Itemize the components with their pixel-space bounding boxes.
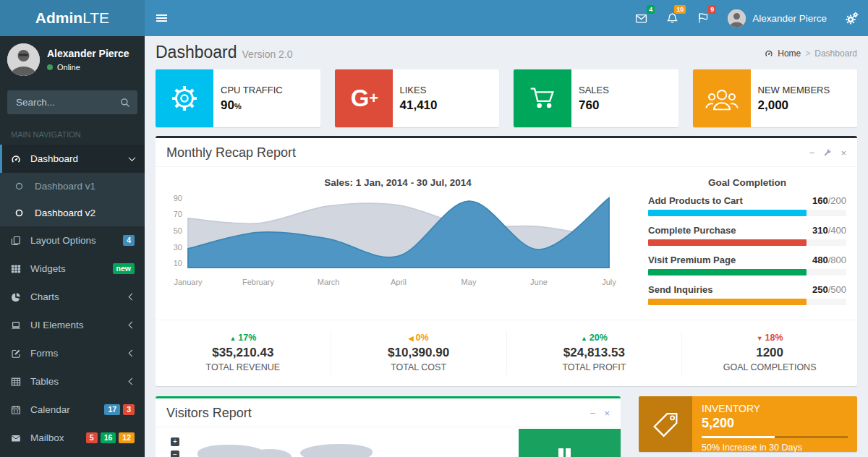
sidebar-item-layout-options[interactable]: Layout Options 4 bbox=[0, 226, 145, 255]
sidebar-item-calendar[interactable]: Calendar 17 3 bbox=[0, 396, 145, 424]
wrench-icon bbox=[823, 148, 832, 157]
sidebar-item-ui-elements[interactable]: UI Elements bbox=[0, 311, 145, 339]
visitors-report-box: Visitors Report − × + − bbox=[156, 396, 621, 457]
chevron-left-icon bbox=[129, 350, 136, 357]
messages-menu[interactable]: 4 bbox=[626, 0, 657, 36]
svg-text:May: May bbox=[461, 278, 477, 286]
breadcrumb: Home > Dashboard bbox=[765, 48, 857, 62]
user-status[interactable]: Online bbox=[47, 63, 129, 72]
info-box-likes: G+ LIKES 41,410 bbox=[335, 69, 500, 127]
chevron-left-icon bbox=[129, 322, 136, 329]
sidebar-item-forms[interactable]: Forms bbox=[0, 339, 145, 367]
tasks-menu[interactable]: 9 bbox=[688, 0, 718, 36]
badge: 16 bbox=[101, 432, 116, 444]
settings-button[interactable] bbox=[823, 148, 832, 158]
goal-completion-panel: Goal Completion Add Products to Cart 160… bbox=[629, 173, 846, 314]
stat-label: TOTAL COST bbox=[331, 362, 506, 372]
info-box-row: CPU TRAFFIC 90% G+ LIKES 41,410 SALES 76… bbox=[156, 69, 857, 127]
sidebar-item-dashboard-v1[interactable]: Dashboard v1 bbox=[0, 173, 145, 200]
stat-label: TOTAL PROFIT bbox=[507, 362, 682, 372]
collapse-button[interactable]: − bbox=[809, 148, 815, 158]
sales-area-chart: 1030507090JanuaryFebruaryMarchAprilMayJu… bbox=[166, 189, 629, 291]
caret-left-icon: ◀ bbox=[409, 335, 414, 342]
top-navbar: 4 10 9 Alexander Pierce bbox=[145, 0, 868, 36]
info-box-value: 2,000 bbox=[758, 98, 830, 113]
sidebar-item-label: Dashboard v1 bbox=[35, 181, 95, 192]
progress-group: Complete Purchase 310/400 bbox=[648, 225, 846, 246]
breadcrumb-separator: > bbox=[805, 48, 810, 59]
sidebar-item-examples[interactable]: Examples bbox=[0, 452, 145, 457]
stat-goal-completions: ▼18% 1200 GOAL COMPLETIONS bbox=[682, 330, 857, 375]
sidebar-item-label: UI Elements bbox=[30, 320, 84, 330]
svg-text:G: G bbox=[350, 85, 369, 111]
sidebar-item-dashboard-v2[interactable]: Dashboard v2 bbox=[0, 200, 145, 226]
svg-text:January: January bbox=[174, 278, 203, 286]
search-icon bbox=[120, 98, 130, 108]
grid-icon bbox=[11, 264, 30, 274]
stat-total-profit: ▲20% $24,813.53 TOTAL PROFIT bbox=[507, 330, 683, 375]
info-box-cpu-traffic: CPU TRAFFIC 90% bbox=[156, 69, 320, 127]
stat-value: 1200 bbox=[682, 346, 857, 360]
progress-label: Visit Premium Page bbox=[648, 255, 736, 265]
sidebar-item-charts[interactable]: Charts bbox=[0, 283, 145, 311]
header-user-name: Alexander Pierce bbox=[752, 13, 827, 24]
dashboard-submenu: Dashboard v1 Dashboard v2 bbox=[0, 173, 145, 226]
progress-label: Send Inquiries bbox=[648, 284, 713, 295]
box-title: Visitors Report bbox=[166, 406, 252, 421]
user-status-label: Online bbox=[57, 63, 80, 72]
inventory-label: INVENTORY bbox=[702, 403, 848, 414]
badge: 4 bbox=[123, 235, 135, 247]
gauge-icon bbox=[11, 154, 30, 164]
sidebar-item-label: Tables bbox=[30, 376, 59, 387]
files-icon bbox=[11, 236, 30, 246]
info-box-label: SALES bbox=[579, 85, 609, 95]
svg-text:July: July bbox=[602, 278, 616, 286]
visitors-map: + − bbox=[156, 427, 621, 457]
close-icon[interactable]: × bbox=[604, 409, 610, 418]
stat-value: $35,210.43 bbox=[156, 346, 331, 360]
search-input[interactable] bbox=[7, 90, 113, 114]
svg-text:70: 70 bbox=[174, 210, 182, 218]
goal-completion-title: Goal Completion bbox=[648, 177, 846, 188]
notifications-menu[interactable]: 10 bbox=[657, 0, 688, 36]
info-box-value: 90% bbox=[221, 98, 283, 113]
progress-group: Add Products to Cart 160/200 bbox=[648, 195, 846, 216]
caret-down-icon: ▼ bbox=[757, 335, 763, 342]
collapse-button[interactable]: − bbox=[590, 409, 596, 418]
sidebar-item-mailbox[interactable]: Mailbox 5 16 12 bbox=[0, 424, 145, 452]
sidebar-item-label: Dashboard bbox=[30, 153, 78, 164]
search-button[interactable] bbox=[113, 90, 137, 114]
progress-track bbox=[648, 269, 846, 276]
sidebar-item-label: Charts bbox=[30, 291, 59, 302]
google-plus-icon: G+ bbox=[335, 69, 393, 127]
progress-group: Visit Premium Page 480/800 bbox=[648, 255, 846, 276]
progress-bar bbox=[648, 210, 807, 216]
badge: 17 bbox=[104, 404, 120, 416]
caret-up-icon: ▲ bbox=[581, 335, 587, 342]
map-zoom-in-button[interactable]: + bbox=[171, 437, 179, 446]
sidebar-item-label: Forms bbox=[30, 348, 58, 359]
gears-icon bbox=[846, 12, 859, 25]
user-menu[interactable]: Alexander Pierce bbox=[718, 0, 836, 36]
content-area: Dashboard Version 2.0 Home > Dashboard C… bbox=[145, 36, 868, 457]
svg-text:30: 30 bbox=[174, 243, 182, 252]
sidebar-item-dashboard[interactable]: Dashboard bbox=[0, 145, 145, 173]
map-landmass bbox=[300, 444, 373, 457]
sidebar-item-label: Calendar bbox=[30, 404, 70, 415]
svg-text:February: February bbox=[242, 278, 275, 286]
breadcrumb-home-link[interactable]: Home bbox=[778, 48, 801, 59]
svg-text:April: April bbox=[391, 278, 407, 286]
sidebar-item-tables[interactable]: Tables bbox=[0, 367, 145, 396]
map-zoom-out-button[interactable]: − bbox=[171, 450, 179, 457]
sidebar-toggle-button[interactable] bbox=[145, 0, 178, 36]
info-box-label: NEW MEMBERS bbox=[758, 85, 830, 95]
app-logo[interactable]: AdminLTE bbox=[0, 0, 145, 36]
breadcrumb-current: Dashboard bbox=[814, 48, 857, 59]
sidebar-item-widgets[interactable]: Widgets new bbox=[0, 255, 145, 283]
close-icon[interactable]: × bbox=[841, 148, 846, 158]
online-status-icon bbox=[47, 64, 53, 70]
avatar bbox=[7, 43, 40, 76]
svg-text:90: 90 bbox=[174, 194, 182, 202]
control-sidebar-button[interactable] bbox=[836, 0, 868, 36]
badge: 12 bbox=[119, 432, 135, 444]
